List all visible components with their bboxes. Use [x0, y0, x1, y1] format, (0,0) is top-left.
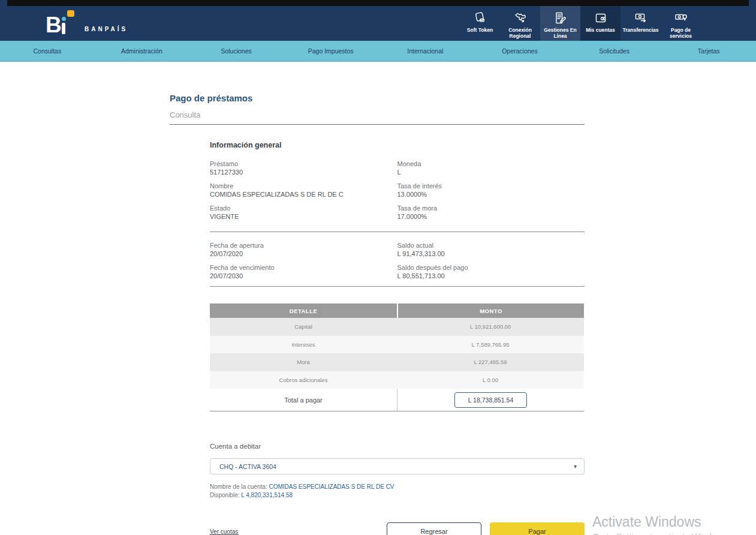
account-name-line: Nombre de la cuenta: COMIDAS ESPECIALIZA…: [210, 483, 585, 491]
table-cell-detail: Capital: [210, 318, 397, 336]
quick-actions-menu: Soft Token Conexión Regional Gestiones E…: [460, 6, 701, 41]
field-label: Saldo actual: [397, 242, 585, 250]
table-total-row: Total a pagar L 18,738,851.54: [210, 389, 584, 411]
regresar-button[interactable]: Regresar: [387, 522, 481, 535]
window-top-strip: [7, 0, 749, 6]
field-label: Tasa de interés: [397, 182, 585, 190]
account-name-value: COMIDAS ESPECIALIZADAS S DE RL DE CV: [269, 483, 394, 490]
nav-item[interactable]: Administración: [95, 47, 189, 55]
info-fields-top: Préstamo 517127330 Moneda L Nombre COMID…: [210, 160, 585, 221]
table-row: Capital L 10,921,600.00: [210, 318, 584, 336]
field-value: L 80,551,713.00: [397, 272, 585, 280]
field-label: Saldo después del pago: [397, 264, 585, 272]
total-amount-box[interactable]: L 18,738,851.54: [454, 392, 528, 408]
table-cell-detail: Intereses: [210, 336, 397, 354]
quick-action-label: Transferencias: [622, 27, 658, 33]
quick-action-tile[interactable]: Conexión Regional: [500, 6, 540, 41]
soft-token-icon: [472, 10, 488, 26]
section-divider: [210, 286, 585, 287]
field-label: Nombre: [210, 182, 397, 190]
conexion-regional-icon: [513, 10, 528, 26]
quick-action-label: Mis cuentas: [586, 27, 615, 33]
quick-action-label: Gestiones En Línea: [540, 27, 580, 39]
quick-action-tile[interactable]: Soft Token: [460, 6, 500, 41]
nav-item[interactable]: Solicitudes: [567, 47, 662, 55]
table-cell-amount: L 7,589,765.95: [397, 336, 584, 354]
table-header-amount: MONTO: [397, 303, 584, 318]
quick-action-tile[interactable]: Gestiones En Línea: [540, 6, 580, 41]
banpais-logo[interactable]: B BANPAÍS: [46, 10, 128, 37]
field-value: 20/07/2020: [210, 250, 397, 258]
table-cell-amount: L 0.00: [397, 371, 584, 389]
section-title-general-info: Información general: [210, 141, 585, 149]
app-header: B BANPAÍS Soft Token Conexión Regional: [0, 0, 756, 41]
field-row: Fecha de vencimiento 20/07/2030 Saldo de…: [210, 264, 585, 280]
debit-account-select[interactable]: CHQ - ACTIVA 3604 ▾: [210, 458, 585, 474]
field-value: L 91,473,313.00: [397, 250, 585, 258]
field-row: Fecha de apertura 20/07/2020 Saldo actua…: [210, 242, 585, 258]
available-label: Disponible:: [210, 492, 239, 498]
pagar-button[interactable]: Pagar: [490, 522, 585, 535]
main-navbar: Consultas Administración Soluciones Pago…: [0, 41, 756, 62]
table-cell-detail: Mora: [210, 353, 397, 371]
table-row: Intereses L 7,589,765.95: [210, 336, 584, 354]
activate-windows-watermark: Activate Windows Go to Settings to activ…: [592, 514, 730, 535]
ver-cuotas-link[interactable]: Ver cuotas: [210, 528, 238, 535]
logo-i-dot: [62, 17, 66, 21]
logo-yellow-square: [67, 10, 74, 17]
page-title: Pago de préstamos: [170, 93, 585, 103]
logo-wordmark: BANPAÍS: [85, 26, 128, 37]
table-row: Mora L 227,485.59: [210, 353, 584, 371]
pago-servicios-icon: [673, 10, 689, 26]
quick-action-tile[interactable]: Mis cuentas: [580, 6, 621, 41]
table-row: Cobros adicionales L 0.00: [210, 371, 584, 389]
field-value: 517127330: [210, 169, 397, 176]
gestiones-en-linea-icon: [553, 10, 568, 26]
nav-item[interactable]: Consultas: [0, 47, 95, 55]
transferencias-icon: [633, 10, 649, 26]
field-label: Estado: [210, 205, 397, 212]
quick-action-tile[interactable]: Transferencias: [621, 6, 661, 41]
table-header-detail: DETALLE: [210, 303, 397, 318]
nav-item[interactable]: Tarjetas: [661, 47, 756, 55]
caret-down-icon: ▾: [574, 463, 577, 470]
field-label: Préstamo: [210, 160, 397, 168]
section-divider: [210, 232, 585, 232]
field-row: Nombre COMIDAS ESPECIALIZADAS S DE RL DE…: [210, 182, 585, 199]
field-label: Tasa de mora: [397, 205, 585, 212]
title-divider: [170, 124, 585, 125]
quick-action-tile[interactable]: Pago de servicios: [661, 6, 701, 41]
table-body: Capital L 10,921,600.00 Intereses L 7,58…: [210, 318, 584, 389]
field-value: 20/07/2030: [210, 272, 397, 280]
quick-action-label: Conexión Regional: [500, 27, 540, 39]
debit-account-label: Cuenta a debitar: [210, 443, 585, 450]
field-value: COMIDAS ESPECIALIZADAS S DE RL DE C: [210, 191, 397, 199]
field-label: Moneda: [397, 160, 585, 168]
table-cell-amount: L 227,485.59: [397, 353, 584, 371]
available-value: L 4,820,331,514.58: [241, 492, 293, 498]
logo-letter-b: B: [46, 13, 61, 38]
mis-cuentas-icon: [593, 10, 609, 26]
account-name-label: Nombre de la cuenta:: [210, 483, 267, 490]
quick-action-label: Pago de servicios: [661, 27, 701, 39]
field-row: Estado VIGENTE Tasa de mora 17.0000%: [210, 205, 585, 221]
field-label: Fecha de apertura: [210, 242, 397, 250]
page-subtitle: Consulta: [170, 110, 585, 119]
nav-item[interactable]: Internacional: [378, 47, 473, 55]
nav-item[interactable]: Operaciones: [472, 47, 567, 55]
account-available-line: Disponible: L 4,820,331,514.58: [210, 491, 585, 500]
quick-action-label: Soft Token: [467, 27, 493, 33]
field-value: L: [397, 169, 585, 176]
info-fields-bottom: Fecha de apertura 20/07/2020 Saldo actua…: [210, 242, 585, 280]
footer-actions: Ver cuotas Regresar Pagar: [210, 522, 585, 535]
field-value: 13.0000%: [397, 191, 585, 199]
table-header-row: DETALLE MONTO: [210, 303, 584, 318]
field-row: Préstamo 517127330 Moneda L: [210, 160, 585, 176]
total-label: Total a pagar: [210, 389, 397, 411]
nav-item[interactable]: Pago Impuestos: [284, 47, 378, 55]
field-value: VIGENTE: [210, 213, 397, 221]
logo-i-stem: [62, 23, 65, 34]
nav-item[interactable]: Soluciones: [189, 47, 284, 55]
account-info: Nombre de la cuenta: COMIDAS ESPECIALIZA…: [210, 483, 585, 500]
table-cell-amount: L 10,921,600.00: [397, 318, 584, 336]
